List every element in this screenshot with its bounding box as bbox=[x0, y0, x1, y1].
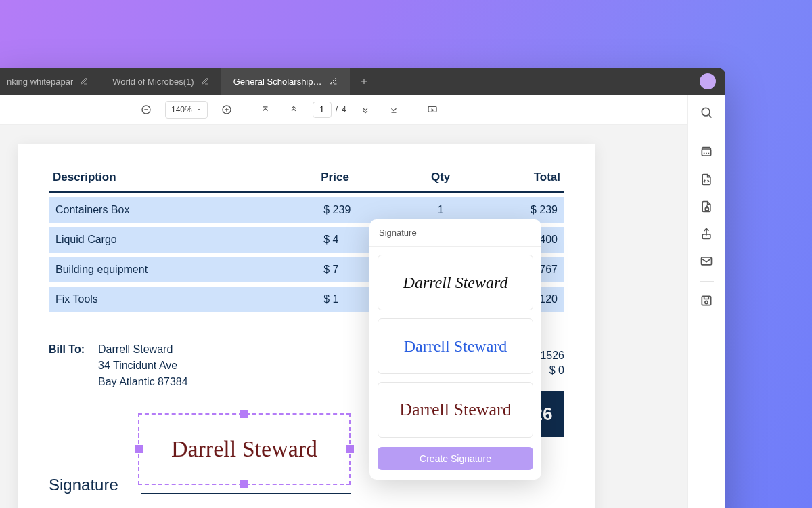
page-total: 4 bbox=[342, 105, 346, 114]
plus-circle-icon bbox=[221, 104, 232, 115]
chevron-down-bar-icon bbox=[389, 105, 399, 114]
edit-icon bbox=[330, 77, 338, 85]
svg-rect-7 bbox=[701, 257, 711, 265]
zoom-select[interactable]: 140% bbox=[165, 101, 208, 119]
save-icon bbox=[700, 294, 713, 308]
chevrons-down-icon bbox=[361, 105, 370, 114]
right-rail bbox=[687, 95, 725, 508]
next-page-button[interactable] bbox=[356, 100, 375, 119]
minus-circle-icon bbox=[141, 104, 152, 115]
page-current-input[interactable] bbox=[313, 102, 332, 118]
presentation-icon bbox=[427, 104, 438, 115]
signature-field-label: Signature bbox=[49, 475, 118, 494]
svg-point-3 bbox=[702, 108, 710, 116]
chevrons-up-icon bbox=[289, 105, 298, 114]
placed-signature-text: Darrell Steward bbox=[171, 436, 317, 462]
search-button[interactable] bbox=[700, 106, 715, 121]
edit-icon bbox=[80, 77, 88, 85]
prev-page-button[interactable] bbox=[284, 100, 303, 119]
save-button[interactable] bbox=[700, 294, 715, 309]
signature-popup: Signature Darrell Steward Darrell Stewar… bbox=[369, 219, 541, 480]
placed-signature[interactable]: Darrell Steward bbox=[138, 413, 351, 485]
tab-doc-2[interactable]: General Scholarship Applic bbox=[221, 68, 350, 95]
resize-handle-bottom[interactable] bbox=[240, 480, 248, 488]
document-page: Description Price Qty Total Containers B… bbox=[18, 144, 595, 508]
signature-popup-title: Signature bbox=[369, 219, 541, 247]
file-convert-icon bbox=[700, 173, 713, 186]
bill-to-addr1: 34 Tincidunt Ave bbox=[98, 360, 188, 372]
bill-to-addr2: Bay Atlantic 87384 bbox=[98, 376, 188, 388]
page-sep: / bbox=[336, 105, 338, 114]
ocr-icon bbox=[700, 146, 713, 159]
toolbar: 140% / 4 bbox=[0, 95, 725, 125]
convert-button[interactable] bbox=[700, 173, 715, 188]
col-price: Price bbox=[317, 165, 399, 192]
share-button[interactable] bbox=[700, 227, 715, 242]
protect-button[interactable] bbox=[700, 200, 715, 215]
tab-label: General Scholarship Applic bbox=[233, 77, 323, 87]
zoom-value: 140% bbox=[171, 105, 192, 114]
search-icon bbox=[700, 106, 713, 119]
svg-point-9 bbox=[704, 301, 707, 303]
file-lock-icon bbox=[700, 200, 713, 213]
tab-doc-0[interactable]: nking whitepapar bbox=[0, 68, 100, 95]
app-window: nking whitepapar World of Microbes(1) Ge… bbox=[0, 68, 725, 508]
mail-button[interactable] bbox=[700, 254, 715, 269]
edit-icon bbox=[201, 77, 209, 85]
signature-option-2[interactable]: Darrell Steward bbox=[378, 318, 533, 374]
col-description: Description bbox=[49, 165, 317, 192]
resize-handle-right[interactable] bbox=[346, 445, 354, 453]
present-button[interactable] bbox=[423, 100, 442, 119]
chevron-up-bar-icon bbox=[261, 105, 270, 114]
tab-bar: nking whitepapar World of Microbes(1) Ge… bbox=[0, 68, 725, 95]
signature-option-1[interactable]: Darrell Steward bbox=[378, 255, 533, 310]
tab-doc-1[interactable]: World of Microbes(1) bbox=[100, 68, 221, 95]
resize-handle-left[interactable] bbox=[135, 445, 143, 453]
mail-icon bbox=[700, 254, 713, 268]
bill-to-name: Darrell Steward bbox=[98, 343, 188, 356]
share-icon bbox=[700, 227, 713, 240]
last-page-button[interactable] bbox=[384, 100, 403, 119]
first-page-button[interactable] bbox=[256, 100, 275, 119]
bill-to-label: Bill To: bbox=[49, 343, 85, 392]
svg-rect-4 bbox=[702, 149, 710, 156]
signature-line bbox=[141, 493, 351, 494]
caret-down-icon bbox=[196, 107, 202, 112]
document-viewport[interactable]: Description Price Qty Total Containers B… bbox=[0, 125, 687, 508]
tab-label: nking whitepapar bbox=[7, 77, 73, 87]
tab-label: World of Microbes(1) bbox=[112, 77, 194, 87]
avatar[interactable] bbox=[700, 73, 716, 89]
zoom-out-button[interactable] bbox=[137, 100, 156, 119]
col-total: Total bbox=[482, 165, 564, 192]
create-signature-button[interactable]: Create Signature bbox=[378, 447, 533, 470]
signature-option-3[interactable]: Darrell Steward bbox=[378, 382, 533, 438]
svg-rect-5 bbox=[705, 208, 708, 211]
ocr-button[interactable] bbox=[700, 146, 715, 161]
col-qty: Qty bbox=[399, 165, 482, 192]
plus-icon bbox=[359, 77, 369, 86]
new-tab-button[interactable] bbox=[350, 68, 378, 95]
zoom-in-button[interactable] bbox=[217, 100, 236, 119]
resize-handle-top[interactable] bbox=[240, 410, 248, 418]
page-indicator: / 4 bbox=[313, 101, 346, 119]
